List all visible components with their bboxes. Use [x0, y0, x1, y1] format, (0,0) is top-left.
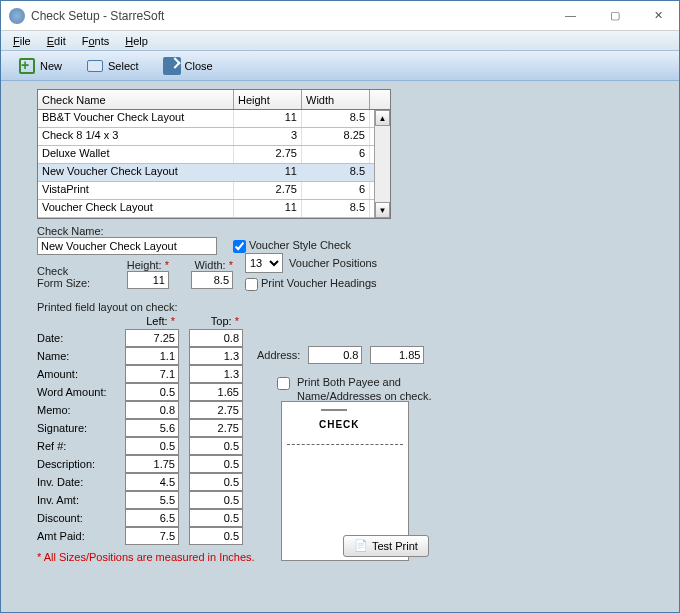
menubar: File Edit Fonts Help: [1, 31, 679, 51]
preview-check-label: CHECK: [319, 419, 360, 430]
close-label: Close: [185, 60, 213, 72]
table-row[interactable]: New Voucher Check Layout118.5: [38, 164, 390, 182]
new-icon: [18, 57, 36, 75]
table-row[interactable]: Check 8 1/4 x 338.25: [38, 128, 390, 146]
window-title: Check Setup - StarreSoft: [31, 9, 164, 23]
select-icon: [86, 57, 104, 75]
scroll-up-icon[interactable]: ▲: [375, 110, 390, 126]
check-name-input[interactable]: [37, 237, 217, 255]
layout-top-input[interactable]: [189, 473, 243, 491]
print-both-checkbox[interactable]: [277, 377, 290, 390]
layout-left-input[interactable]: [125, 347, 179, 365]
print-voucher-headings-label[interactable]: Print Voucher Headings: [245, 277, 377, 289]
scroll-down-icon[interactable]: ▼: [375, 202, 390, 218]
table-row[interactable]: Deluxe Wallet2.756: [38, 146, 390, 164]
layout-row-label: Description:: [37, 458, 115, 470]
layout-top-input[interactable]: [189, 455, 243, 473]
table-row[interactable]: VistaPrint2.756: [38, 182, 390, 200]
select-button[interactable]: Select: [77, 54, 148, 78]
print-voucher-headings-checkbox[interactable]: [245, 278, 258, 291]
layout-top-input[interactable]: [189, 491, 243, 509]
layout-row-label: Word Amount:: [37, 386, 115, 398]
left-header: Left: *: [125, 315, 179, 327]
layout-top-input[interactable]: [189, 401, 243, 419]
table-row[interactable]: BB&T Voucher Check Layout118.5: [38, 110, 390, 128]
check-form-size-label: CheckForm Size:: [37, 265, 90, 289]
height-label: Height: *: [127, 259, 169, 271]
new-label: New: [40, 60, 62, 72]
close-icon: [163, 57, 181, 75]
menu-fonts[interactable]: Fonts: [76, 33, 116, 49]
layout-top-input[interactable]: [189, 347, 243, 365]
table-row[interactable]: Voucher Check Layout118.5: [38, 200, 390, 218]
layout-top-input[interactable]: [189, 527, 243, 545]
voucher-positions-label: Voucher Positions: [289, 257, 377, 269]
layout-row-label: Name:: [37, 350, 115, 362]
layout-left-input[interactable]: [125, 419, 179, 437]
app-icon: [9, 8, 25, 24]
layout-top-input[interactable]: [189, 365, 243, 383]
close-window-button[interactable]: ✕: [646, 5, 671, 26]
layout-top-input[interactable]: [189, 437, 243, 455]
layout-row-label: Ref #:: [37, 440, 115, 452]
layout-top-input[interactable]: [189, 329, 243, 347]
grid-header: Check Name Height Width: [38, 90, 390, 110]
minimize-button[interactable]: —: [557, 5, 584, 26]
address-label: Address:: [257, 349, 300, 361]
layout-left-input[interactable]: [125, 527, 179, 545]
layout-top-input[interactable]: [189, 383, 243, 401]
select-label: Select: [108, 60, 139, 72]
layout-left-input[interactable]: [125, 509, 179, 527]
width-label: Width: *: [194, 259, 233, 271]
print-both-label: Print Both Payee and Name/Addresses on c…: [297, 375, 457, 404]
height-input[interactable]: [127, 271, 169, 289]
layout-left-input[interactable]: [125, 491, 179, 509]
menu-edit[interactable]: Edit: [41, 33, 72, 49]
maximize-button[interactable]: ▢: [602, 5, 628, 26]
layout-row-label: Signature:: [37, 422, 115, 434]
layout-row-label: Inv. Date:: [37, 476, 115, 488]
address-left-input[interactable]: [308, 346, 362, 364]
window-controls: — ▢ ✕: [557, 5, 671, 26]
layout-row-label: Memo:: [37, 404, 115, 416]
menu-file[interactable]: File: [7, 33, 37, 49]
layout-row-label: Amount:: [37, 368, 115, 380]
layout-left-input[interactable]: [125, 401, 179, 419]
toolbar: New Select Close: [1, 51, 679, 81]
layout-row-label: Inv. Amt:: [37, 494, 115, 506]
layout-row-label: Date:: [37, 332, 115, 344]
test-print-button[interactable]: Test Print: [343, 535, 429, 557]
new-button[interactable]: New: [9, 54, 71, 78]
menu-help[interactable]: Help: [119, 33, 154, 49]
voucher-style-checkbox[interactable]: [233, 240, 246, 253]
layout-left-input[interactable]: [125, 473, 179, 491]
grid-scrollbar[interactable]: ▲ ▼: [374, 110, 390, 218]
layout-row-label: Amt Paid:: [37, 530, 115, 542]
layout-left-input[interactable]: [125, 383, 179, 401]
voucher-positions-select[interactable]: 13: [245, 253, 283, 273]
width-input[interactable]: [191, 271, 233, 289]
check-grid[interactable]: Check Name Height Width BB&T Voucher Che…: [37, 89, 391, 219]
titlebar: Check Setup - StarreSoft — ▢ ✕: [1, 1, 679, 31]
print-icon: [354, 539, 368, 553]
layout-left-input[interactable]: [125, 329, 179, 347]
layout-top-input[interactable]: [189, 509, 243, 527]
check-name-label: Check Name:: [37, 225, 104, 237]
col-name[interactable]: Check Name: [38, 90, 234, 109]
top-header: Top: *: [189, 315, 243, 327]
printed-layout-label: Printed field layout on check:: [37, 301, 178, 313]
col-width[interactable]: Width: [302, 90, 370, 109]
layout-left-input[interactable]: [125, 365, 179, 383]
layout-top-input[interactable]: [189, 419, 243, 437]
col-height[interactable]: Height: [234, 90, 302, 109]
layout-left-input[interactable]: [125, 455, 179, 473]
layout-row-label: Discount:: [37, 512, 115, 524]
layout-left-input[interactable]: [125, 437, 179, 455]
close-button[interactable]: Close: [154, 54, 222, 78]
address-top-input[interactable]: [370, 346, 424, 364]
voucher-style-checkbox-label[interactable]: Voucher Style Check: [233, 239, 351, 253]
